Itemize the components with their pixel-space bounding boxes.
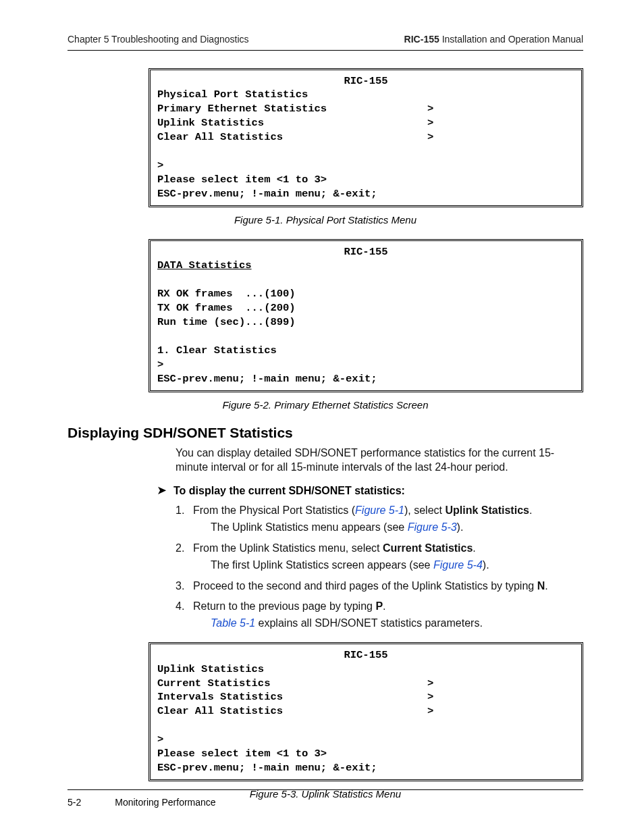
terminal-screen-uplink: RIC-155Uplink Statistics Current Statist… <box>149 642 583 781</box>
term1-l5: > <box>157 159 163 172</box>
step-2-text-a: From the Uplink Statistics menu, select <box>193 542 383 554</box>
term1-l2b: > <box>427 103 433 115</box>
term3-l3b: > <box>427 691 433 703</box>
step-2-sub-a: The first Uplink Statistics screen appea… <box>211 559 433 571</box>
term2-r5: > <box>157 359 163 371</box>
footer-section: Monitoring Performance <box>115 797 215 809</box>
term3-l3a: Intervals Statistics <box>157 691 283 703</box>
term2-r6: ESC-prev.menu; !-main menu; &-exit; <box>157 373 377 385</box>
step-1-text-a: From the Physical Port Statistics ( <box>193 504 355 516</box>
step-4-text-b: . <box>383 600 385 612</box>
step-4-sub: Table 5-1 explains all SDH/SONET statist… <box>211 616 583 631</box>
step-4: 4. Return to the previous page by typing… <box>176 599 583 631</box>
term1-l1: Physical Port Statistics <box>157 88 308 101</box>
step-4-text-a: Return to the previous page by typing <box>193 600 375 612</box>
step-1-bold: Uplink Statistics <box>445 504 529 516</box>
step-2-sub: The first Uplink Statistics screen appea… <box>211 558 583 573</box>
term3-l5: > <box>157 733 163 746</box>
footer-rule <box>68 789 583 790</box>
term1-l4b: > <box>427 131 433 143</box>
step-4-sub-rest: explains all SDH/SONET statistics parame… <box>255 617 483 629</box>
term1-l7: ESC-prev.menu; !-main menu; &-exit; <box>157 188 377 200</box>
term3-l4a: Clear All Statistics <box>157 705 283 717</box>
term2-r2: TX OK frames ...(200) <box>157 302 296 314</box>
term3-title: RIC-155 <box>157 648 574 662</box>
term2-r1: RX OK frames ...(100) <box>157 288 296 300</box>
step-1-sub-b: ). <box>457 521 464 533</box>
step-number: 3. <box>176 579 184 594</box>
step-number: 2. <box>176 541 184 556</box>
step-3-text-b: . <box>545 580 547 592</box>
term1-l4a: Clear All Statistics <box>157 131 283 143</box>
step-2-sub-b: ). <box>483 559 489 571</box>
step-3-text-a: Proceed to the second and third pages of… <box>193 580 537 592</box>
term1-l3a: Uplink Statistics <box>157 117 264 129</box>
term3-l1: Uplink Statistics <box>157 663 264 675</box>
terminal-screen-data-statistics: RIC-155DATA Statistics RX OK frames ...(… <box>149 239 583 392</box>
link-figure-5-4[interactable]: Figure 5-4 <box>433 559 483 571</box>
term1-title: RIC-155 <box>157 74 574 88</box>
term1-l3b: > <box>427 117 433 129</box>
step-1: 1. From the Physical Port Statistics (Fi… <box>176 503 583 536</box>
step-number: 4. <box>176 599 184 614</box>
step-number: 1. <box>176 503 184 518</box>
step-3-bold: N <box>537 580 545 592</box>
link-figure-5-1[interactable]: Figure 5-1 <box>355 504 404 516</box>
step-3: 3. Proceed to the second and third pages… <box>176 579 583 594</box>
step-1-sub: The Uplink Statistics menu appears (see … <box>211 520 583 535</box>
term3-l7: ESC-prev.menu; !-main menu; &-exit; <box>157 762 377 774</box>
step-2-bold: Current Statistics <box>383 542 473 554</box>
term1-l2a: Primary Ethernet Statistics <box>157 103 327 115</box>
step-4-bold: P <box>375 600 383 612</box>
term2-header: DATA Statistics <box>157 259 252 271</box>
term2-r4: 1. Clear Statistics <box>157 344 277 357</box>
section-heading: Displaying SDH/SONET Statistics <box>68 424 583 442</box>
term1-l6: Please select item <1 to 3> <box>157 174 327 186</box>
link-table-5-1[interactable]: Table 5-1 <box>211 617 255 629</box>
intro-paragraph: You can display detailed SDH/SONET perfo… <box>176 446 583 475</box>
procedure-lead: ➤ To display the current SDH/SONET stati… <box>157 484 583 498</box>
term3-l2b: > <box>427 677 433 689</box>
term3-l2a: Current Statistics <box>157 677 270 689</box>
figure-caption-5-1: Figure 5-1. Physical Port Statistics Men… <box>68 214 583 227</box>
page-number: 5-2 <box>68 797 81 809</box>
step-1-text-c: . <box>529 504 532 516</box>
page-footer: 5-2 Monitoring Performance <box>68 789 583 809</box>
term3-l4b: > <box>427 705 433 717</box>
step-2-text-b: . <box>473 542 475 554</box>
procedure-lead-text: To display the current SDH/SONET statist… <box>173 484 405 498</box>
term3-l6: Please select item <1 to 3> <box>157 748 327 760</box>
arrow-icon: ➤ <box>157 484 167 496</box>
header-right: RIC-155 Installation and Operation Manua… <box>404 34 583 46</box>
header-rule <box>68 50 583 51</box>
term2-r3: Run time (sec)...(899) <box>157 316 296 328</box>
terminal-screen-physical-port: RIC-155Physical Port Statistics Primary … <box>149 68 583 207</box>
procedure-steps: 1. From the Physical Port Statistics (Fi… <box>176 503 583 631</box>
link-figure-5-3[interactable]: Figure 5-3 <box>408 521 457 533</box>
header-right-bold: RIC-155 <box>404 34 439 45</box>
header-left: Chapter 5 Troubleshooting and Diagnostic… <box>68 34 249 46</box>
running-header: Chapter 5 Troubleshooting and Diagnostic… <box>68 34 583 46</box>
step-2: 2. From the Uplink Statistics menu, sele… <box>176 541 583 573</box>
term2-title: RIC-155 <box>157 245 574 259</box>
header-right-rest: Installation and Operation Manual <box>439 34 583 45</box>
step-1-sub-a: The Uplink Statistics menu appears (see <box>211 521 408 533</box>
figure-caption-5-2: Figure 5-2. Primary Ethernet Statistics … <box>68 399 583 412</box>
step-1-text-b: ), select <box>404 504 445 516</box>
page: Chapter 5 Troubleshooting and Diagnostic… <box>0 0 644 834</box>
